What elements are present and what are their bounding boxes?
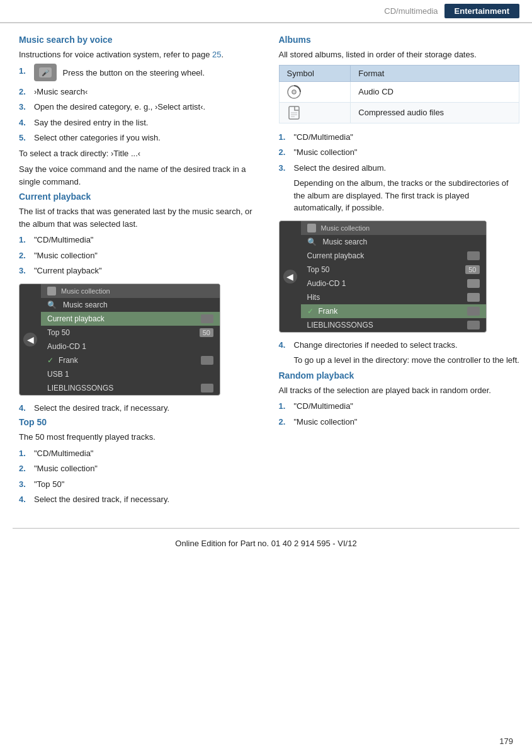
top50-step-3: 3. "Top 50": [19, 478, 260, 491]
cp-step-4: 4. Select the desired track, if necessar…: [19, 402, 260, 415]
current-playback-section: Current playback The list of tracks that…: [19, 192, 260, 414]
albums-screen-row-top50: Top 50 50: [301, 263, 486, 277]
albums-screenshot-title-bar: Music collection: [301, 221, 486, 235]
search-icon: 🔍: [47, 301, 57, 309]
albums-section: Albums All stored albums, listed in orde…: [279, 35, 520, 367]
albums-screen-row-audio-cd1: Audio-CD 1: [301, 277, 486, 290]
cp-step-3: 3. "Current playback": [19, 265, 260, 277]
symbol-file: [279, 102, 351, 123]
table-row-audio-cd: Audio CD: [279, 81, 519, 102]
main-content: Music search by voice Instructions for v…: [0, 23, 532, 509]
albums-badge-icon-2: [467, 279, 480, 288]
screenshot-nav: ◀ Music collection 🔍 Music search Curren…: [20, 284, 220, 395]
header-cd-multimedia: CD/multimedia: [384, 6, 438, 16]
current-playback-desc: The list of tracks that was generated la…: [19, 205, 260, 230]
music-search-title: Music search by voice: [19, 35, 260, 45]
current-playback-steps: 1. "CD/Multimedia" 2. "Music collection"…: [19, 234, 260, 277]
step-1: 1. 🎤 Press the button on the steerin: [19, 65, 260, 83]
screen-row-current-playback: Current playback: [41, 312, 220, 326]
albums-check-icon: ✓: [307, 307, 314, 316]
file-icon: [287, 106, 301, 120]
albums-screen-row-current-playback: Current playback: [301, 249, 486, 263]
track-note2: Say the voice command and the name of th…: [19, 163, 260, 188]
albums-step-1: 1. "CD/Multimedia": [279, 131, 520, 144]
top50-step-1: 1. "CD/Multimedia": [19, 447, 260, 460]
albums-step-4: 4. Change directories if needed to selec…: [279, 339, 520, 352]
svg-text:🎤: 🎤: [42, 69, 50, 77]
music-search-section: Music search by voice Instructions for v…: [19, 35, 260, 188]
albums-screen-row-frank: ✓ Frank: [301, 304, 486, 318]
footer-content: Online Edition for Part no. 01 40 2 914 …: [13, 534, 519, 553]
music-search-intro: Instructions for voice activation system…: [19, 49, 260, 61]
random-playback-title: Random playback: [279, 370, 520, 381]
top50-desc: The 50 most frequently played tracks.: [19, 431, 260, 444]
albums-music-icon: [307, 224, 316, 232]
steering-wheel-button-icon: 🎤: [34, 64, 57, 81]
albums-badge-50: 50: [465, 265, 479, 274]
albums-step-3: 3. Select the desired album.: [279, 162, 520, 175]
albums-note: Depending on the album, the tracks or th…: [294, 177, 520, 214]
svg-point-4: [293, 91, 295, 93]
left-column: Music search by voice Instructions for v…: [19, 35, 260, 509]
albums-screen-row-hits: Hits: [301, 290, 486, 304]
symbol-format-table: Symbol Format: [279, 65, 520, 123]
albums-step4-list: 4. Change directories if needed to selec…: [279, 339, 520, 352]
format-compressed: Compressed audio files: [351, 102, 519, 123]
footer-text: Online Edition for Part no. 01 40 2 914 …: [175, 539, 356, 548]
top50-step-2: 2. "Music collection": [19, 462, 260, 475]
format-audio-cd: Audio CD: [351, 81, 519, 102]
step-2: 2. ›Music search‹: [19, 86, 260, 98]
check-icon: ✓: [47, 356, 54, 365]
screenshot-title-bar: Music collection: [41, 284, 220, 298]
top50-section: Top 50 The 50 most frequently played tra…: [19, 417, 260, 506]
albums-nav-left-btn: ◀: [283, 270, 297, 284]
albums-badge-icon-3: [467, 293, 480, 302]
albums-title: Albums: [279, 35, 520, 45]
badge-icon-2: [201, 356, 213, 365]
albums-screenshot-rows: Music collection 🔍 Music search Current …: [301, 221, 486, 332]
table-row-compressed: Compressed audio files: [279, 102, 519, 123]
screen-row-music-search: 🔍 Music search: [41, 298, 220, 312]
badge-icon-1: [201, 314, 213, 323]
screenshot-rows: Music collection 🔍 Music search Current …: [41, 284, 220, 395]
rp-step-2: 2. "Music collection": [279, 416, 520, 428]
albums-screenshot: ◀ Music collection 🔍 Music search Curren…: [279, 220, 487, 333]
screen-row-lieblingssongs-left: LIEBLINGSSONGS: [41, 381, 220, 395]
cd-icon: [287, 85, 301, 99]
albums-screen-row-lieblingssongs: LIEBLINGSSONGS: [301, 318, 486, 332]
rp-step-1: 1. "CD/Multimedia": [279, 400, 520, 413]
top50-steps: 1. "CD/Multimedia" 2. "Music collection"…: [19, 447, 260, 506]
footer-page-number: 179: [499, 736, 513, 746]
top50-step-4: 4. Select the desired track, if necessar…: [19, 493, 260, 506]
step-3: 3. Open the desired category, e. g., ›Se…: [19, 101, 260, 113]
cp-step-2: 2. "Music collection": [19, 249, 260, 262]
right-column: Albums All stored albums, listed in orde…: [279, 35, 520, 509]
page-link[interactable]: 25: [212, 50, 221, 59]
screen-row-top50: Top 50 50: [41, 326, 220, 340]
voice-button-svg: 🎤: [38, 66, 53, 79]
cd-svg-icon: [287, 85, 301, 99]
current-playback-title: Current playback: [19, 192, 260, 202]
track-note1: To select a track directly: ›Title ...‹: [19, 147, 260, 160]
footer-area: Online Edition for Part no. 01 40 2 914 …: [13, 528, 519, 553]
albums-step-2: 2. "Music collection": [279, 146, 520, 159]
badge-50: 50: [200, 328, 213, 337]
screen-row-usb1: USB 1: [41, 367, 220, 381]
nav-left-btn: ◀: [23, 333, 37, 346]
random-playback-section: Random playback All tracks of the select…: [279, 370, 520, 428]
albums-steps: 1. "CD/Multimedia" 2. "Music collection"…: [279, 131, 520, 175]
albums-screen-row-music-search: 🔍 Music search: [301, 235, 486, 249]
step-5: 5. Select other categories if you wish.: [19, 132, 260, 144]
albums-desc: All stored albums, listed in order of th…: [279, 49, 520, 61]
cp-step4-list: 4. Select the desired track, if necessar…: [19, 402, 260, 415]
page-header: CD/multimedia Entertainment: [0, 0, 532, 23]
current-playback-screenshot: ◀ Music collection 🔍 Music search Curren…: [19, 284, 220, 396]
table-header-format: Format: [351, 65, 519, 81]
cp-step-1: 1. "CD/Multimedia": [19, 234, 260, 246]
step-4: 4. Say the desired entry in the list.: [19, 117, 260, 129]
albums-badge-icon-5: [467, 321, 480, 329]
table-header-symbol: Symbol: [279, 65, 351, 81]
music-icon-small: [47, 287, 56, 295]
albums-badge-icon-4: [467, 307, 480, 316]
albums-badge-icon-1: [467, 251, 480, 260]
